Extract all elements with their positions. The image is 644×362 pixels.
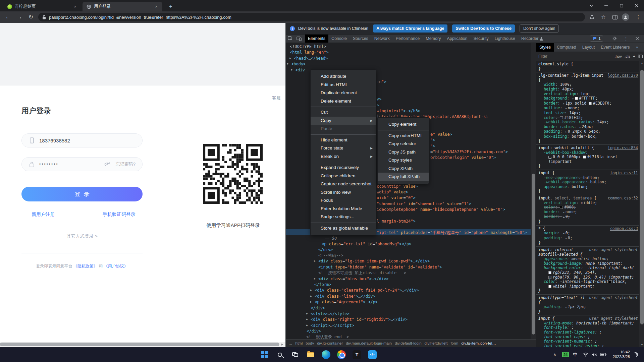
- scroll-down-arrow[interactable]: ▼: [639, 343, 644, 347]
- reload-button[interactable]: ↻: [26, 13, 36, 21]
- scrollbar-thumb[interactable]: [640, 70, 644, 324]
- css-declaration[interactable]: border: ▸0;: [538, 215, 638, 220]
- styles-tab--[interactable]: »: [633, 43, 641, 52]
- toggle-hover-state-button[interactable]: :hov: [614, 54, 622, 58]
- css-declaration[interactable]: color: -internal-light-dark(black,: [538, 280, 638, 284]
- vscode-icon[interactable]: </>: [367, 349, 378, 360]
- issues-counter[interactable]: 1: [590, 36, 603, 42]
- code-line[interactable]: <!--密码-->: [318, 252, 343, 258]
- register-link[interactable]: 新用户注册: [32, 212, 55, 218]
- css-declaration[interactable]: vertical-align: middle;: [538, 201, 638, 205]
- code-line[interactable]: </div>: [318, 247, 333, 253]
- code-line[interactable]: ="https%3A%2F%2Fi.chaoxing.com">: [430, 149, 508, 155]
- code-line[interactable]: ">: [430, 143, 435, 149]
- profile-avatar[interactable]: [622, 13, 629, 21]
- settings-gear-icon[interactable]: [610, 36, 619, 41]
- code-line[interactable]: ▶<style>…</style>: [311, 311, 350, 317]
- code-line[interactable]: <input type="hidden" name="validate" id=…: [318, 264, 442, 270]
- menu-item-enter-isolation-mode[interactable]: Enter Isolation Mode: [311, 205, 376, 213]
- css-declaration[interactable]: background: ▸#FFFFFF;: [538, 96, 638, 101]
- style-rule[interactable]: input {user agent stylesheetwriting-mode…: [536, 315, 639, 347]
- expand-icon[interactable]: ▶: [310, 299, 312, 305]
- css-declaration[interactable]: -moz-appearance: button;: [538, 176, 638, 180]
- browser-tab-user-login[interactable]: 用户登录 ×: [83, 2, 162, 11]
- css-rules[interactable]: element.style {}.lg-container .lg-item i…: [536, 61, 639, 347]
- menu-item-break-on[interactable]: Break on▶: [311, 153, 376, 161]
- breadcrumb-item[interactable]: body: [306, 341, 314, 345]
- devtools-tab-security[interactable]: Security: [471, 35, 492, 43]
- menu-item-focus[interactable]: Focus: [311, 196, 376, 205]
- other-login-link[interactable]: 其它方式登录 >: [21, 233, 143, 239]
- styles-tab-layout[interactable]: Layout: [579, 43, 598, 52]
- phone-input[interactable]: 18376938582: [21, 133, 143, 147]
- breadcrumb-item[interactable]: div.lg-item.icon-tel…: [461, 341, 496, 345]
- css-declaration[interactable]: font-variant-ligatures: ;: [538, 330, 638, 335]
- expand-icon[interactable]: ▶: [306, 322, 308, 328]
- devtools-menu-icon[interactable]: ⋮: [622, 36, 630, 41]
- code-line[interactable]: ▼<div: [295, 67, 305, 73]
- collapse-icon[interactable]: ▼: [287, 61, 288, 67]
- css-declaration[interactable]: white) !important;: [538, 284, 638, 289]
- menu-item-copy-outerhtml[interactable]: Copy outerHTML: [378, 132, 429, 140]
- menu-item-copy[interactable]: Copy▶: [311, 117, 376, 125]
- switch-chinese-button[interactable]: Switch DevTools to Chinese: [452, 24, 515, 33]
- style-rule[interactable]: input[type="text" i] {user agent stylesh…: [536, 295, 639, 315]
- code-line[interactable]: == $0: [325, 235, 337, 241]
- match-language-button[interactable]: Always match Chrome's language: [373, 24, 447, 33]
- expand-icon[interactable]: ▶: [314, 258, 316, 264]
- menu-item-edit-as-html[interactable]: Edit as HTML: [311, 81, 376, 89]
- menu-item-paste[interactable]: Paste: [311, 125, 376, 133]
- devtools-tab-network[interactable]: Network: [371, 35, 393, 43]
- breadcrumb-item[interactable]: div.lg-container: [317, 341, 343, 345]
- css-declaration[interactable]: -webkit-appearance: button;: [538, 180, 638, 185]
- password-input[interactable]: •••••••• 忘记密码?: [21, 157, 143, 171]
- css-declaration[interactable]: color: #000;: [538, 205, 638, 210]
- menu-item-duplicate-element[interactable]: Duplicate element: [311, 89, 376, 97]
- css-declaration[interactable]: color: #181E33;: [538, 116, 638, 120]
- style-rule[interactable]: element.style {}: [536, 61, 639, 72]
- code-line[interactable]: e" value>: [430, 131, 452, 137]
- css-declaration[interactable]: appearance: button;: [538, 185, 638, 189]
- css-declaration[interactable]: box-sizing: border-box;: [538, 134, 638, 139]
- css-declaration[interactable]: margin: ▸0;: [538, 231, 638, 236]
- new-tab-button[interactable]: +: [167, 3, 174, 10]
- tray-clock[interactable]: 16:42 2022/3/28: [610, 350, 630, 362]
- login-button[interactable]: 登录: [21, 187, 143, 201]
- tray-expand-icon[interactable]: ∧: [553, 347, 556, 362]
- style-rule[interactable]: input:-webkit-autofill {login.css:854-we…: [536, 145, 639, 170]
- expand-icon[interactable]: ▶: [289, 55, 291, 61]
- expand-icon[interactable]: ▶: [306, 316, 308, 322]
- devtools-tab-memory[interactable]: Memory: [423, 35, 444, 43]
- page-horizontal-scrollbar[interactable]: ▶: [0, 342, 285, 347]
- wifi-icon[interactable]: [583, 347, 588, 362]
- code-line[interactable]: >: [377, 102, 379, 108]
- device-toolbar-icon[interactable]: [294, 35, 303, 43]
- chrome-icon[interactable]: [336, 349, 347, 360]
- code-line[interactable]: <html lang="en">: [290, 49, 329, 55]
- code-line[interactable]: <!DOCTYPE html>: [290, 44, 326, 50]
- styles-tab-styles[interactable]: Styles: [536, 43, 554, 52]
- code-line[interactable]: "shownotice" id="shownotice" value="1">: [377, 201, 471, 207]
- css-declaration[interactable]: font-style: ;: [538, 325, 638, 330]
- menu-item-add-attribute[interactable]: Add attribute: [311, 72, 376, 81]
- css-declaration[interactable]: vertical-align: top;: [538, 92, 638, 97]
- menu-item-copy-element[interactable]: Copy element: [378, 120, 429, 129]
- expand-icon[interactable]: ▶: [306, 311, 308, 317]
- code-line[interactable]: l margin-btm24">: [377, 218, 416, 224]
- file-explorer-icon[interactable]: [305, 349, 316, 360]
- collapse-icon[interactable]: ▼: [291, 67, 292, 73]
- privacy-policy-link[interactable]: 《隐私政策》: [73, 264, 98, 268]
- menu-item-delete-element[interactable]: Delete element: [311, 97, 376, 106]
- code-line[interactable]: orbidotherlogin" value="0">: [430, 155, 496, 161]
- address-bar[interactable]: passport2.chaoxing.com/login?fid=&newver…: [38, 13, 585, 21]
- expand-icon[interactable]: ▶: [310, 287, 312, 293]
- task-view-icon[interactable]: [290, 349, 301, 360]
- inspect-element-icon[interactable]: [286, 35, 294, 43]
- tab-close-icon[interactable]: ×: [154, 4, 159, 9]
- window-close-button[interactable]: [629, 0, 644, 11]
- focus-assist-moon-icon[interactable]: [633, 347, 638, 362]
- menu-item-capture-node-screenshot[interactable]: Capture node screenshot: [311, 180, 376, 188]
- tab-search-icon[interactable]: [584, 0, 599, 11]
- code-line[interactable]: v>: [377, 96, 381, 102]
- share-icon[interactable]: [588, 13, 596, 21]
